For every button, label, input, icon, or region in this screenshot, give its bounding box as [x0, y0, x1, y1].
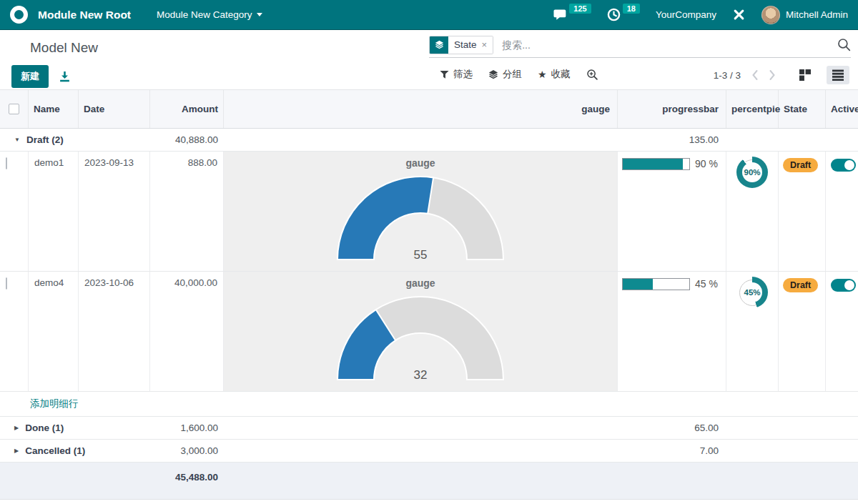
- cell-amount: 40,000.00: [150, 272, 224, 391]
- cell-date: 2023-09-13: [79, 152, 150, 271]
- amount-grand-total: 45,488.00: [150, 463, 224, 483]
- new-button[interactable]: 新建: [11, 65, 49, 88]
- layers-icon: [430, 36, 448, 54]
- cell-active: [826, 272, 858, 391]
- group-row-done[interactable]: ▶ Done (1) 1,600.00 65.00: [0, 417, 858, 440]
- kanban-view-button[interactable]: [794, 66, 817, 84]
- messages-button[interactable]: 125: [553, 8, 591, 21]
- cell-date: 2023-10-06: [79, 272, 150, 391]
- gauge-title: gauge: [405, 277, 435, 289]
- progressbar: [622, 278, 690, 290]
- group-label-cancelled: Cancelled (1): [25, 445, 85, 456]
- progressbar-label: 90 %: [694, 158, 726, 169]
- facet-label: State: [454, 39, 477, 50]
- column-header-state[interactable]: State: [779, 90, 826, 128]
- tools-icon[interactable]: [732, 8, 746, 21]
- cell-gauge: gauge 55: [224, 152, 618, 271]
- search-facet-state[interactable]: State ×: [429, 36, 493, 54]
- column-header-active[interactable]: Active: [826, 90, 858, 128]
- category-menu-label: Module New Category: [157, 9, 252, 20]
- cell-gauge: gauge 32: [224, 272, 618, 391]
- company-switcher[interactable]: YourCompany: [656, 9, 716, 20]
- star-icon: ★: [538, 69, 547, 80]
- gauge-value: 32: [335, 368, 506, 382]
- table-row[interactable]: demo4 2023-10-06 40,000.00 gauge 32 45 %…: [0, 272, 858, 392]
- cell-active: [826, 152, 858, 271]
- messages-count-badge: 125: [569, 4, 591, 14]
- cell-amount: 888.00: [150, 152, 224, 271]
- cell-progressbar: 90 %: [618, 152, 726, 271]
- cell-percentpie: 45%: [726, 272, 779, 391]
- user-menu[interactable]: Mitchell Admin: [761, 6, 848, 24]
- group-label-draft: Draft (2): [26, 134, 64, 145]
- pager-previous-button[interactable]: [751, 69, 759, 81]
- column-header-progressbar[interactable]: progressbar: [618, 90, 726, 128]
- filter-button[interactable]: 筛选: [440, 68, 473, 81]
- chat-bubble-icon: [553, 8, 567, 21]
- activities-count-badge: 18: [623, 4, 640, 14]
- pager: 1-3 / 3: [714, 70, 741, 81]
- add-line-link[interactable]: 添加明细行: [30, 397, 79, 410]
- search-icon[interactable]: [837, 38, 851, 51]
- app-root-menu[interactable]: Module New Root: [38, 9, 131, 21]
- zoom-search-icon[interactable]: [586, 69, 598, 81]
- select-all-checkbox[interactable]: [9, 104, 19, 114]
- list-view-table: Name Date Amount gauge progressbar perce…: [0, 89, 858, 500]
- progressbar: [622, 158, 690, 170]
- caret-right-icon[interactable]: ▶: [14, 425, 19, 431]
- user-name: Mitchell Admin: [786, 9, 848, 20]
- add-line-row: 添加明细行: [0, 392, 858, 417]
- kanban-view-icon: [799, 69, 811, 81]
- category-menu[interactable]: Module New Category: [157, 9, 262, 20]
- filter-label: 筛选: [453, 68, 473, 81]
- download-icon[interactable]: [59, 71, 71, 83]
- control-panel-top: Model New State ×: [0, 30, 858, 64]
- avatar: [761, 6, 780, 24]
- active-toggle[interactable]: [831, 159, 856, 172]
- activities-button[interactable]: 18: [607, 8, 640, 21]
- gauge-value: 55: [335, 248, 506, 262]
- active-toggle[interactable]: [831, 279, 856, 292]
- group-amount-total: 40,888.00: [150, 134, 224, 145]
- table-header-row: Name Date Amount gauge progressbar perce…: [0, 89, 858, 129]
- caret-down-icon[interactable]: ▼: [14, 137, 20, 143]
- pager-next-button[interactable]: [769, 69, 776, 81]
- table-footer-row: 45,488.00: [0, 463, 858, 500]
- group-label-done: Done (1): [25, 423, 64, 433]
- percentpie-label: 90%: [742, 162, 762, 182]
- row-checkbox[interactable]: [6, 157, 7, 169]
- percentpie-label: 45%: [742, 282, 762, 302]
- group-row-cancelled[interactable]: ▶ Cancelled (1) 3,000.00 7.00: [0, 440, 858, 463]
- cell-percentpie: 90%: [726, 152, 779, 271]
- top-navbar: Module New Root Module New Category 125 …: [0, 0, 858, 30]
- cell-state: Draft: [779, 272, 826, 391]
- progressbar-label: 45 %: [694, 278, 726, 290]
- cell-state: Draft: [779, 152, 826, 271]
- column-header-percentpie[interactable]: percentpie: [726, 90, 779, 128]
- column-header-date[interactable]: Date: [79, 90, 150, 128]
- list-view-button[interactable]: [827, 66, 849, 84]
- group-progressbar-total: 135.00: [618, 134, 726, 145]
- group-progressbar-total: 65.00: [618, 423, 726, 433]
- caret-right-icon[interactable]: ▶: [14, 448, 19, 454]
- gauge-title: gauge: [405, 157, 435, 169]
- group-amount-total: 3,000.00: [150, 445, 224, 456]
- column-header-amount[interactable]: Amount: [150, 90, 224, 128]
- page-title: Model New: [30, 40, 98, 56]
- clock-icon: [607, 8, 621, 21]
- layers-icon: [488, 69, 498, 79]
- table-row[interactable]: demo1 2023-09-13 888.00 gauge 55 90 % 90…: [0, 152, 858, 272]
- state-badge: Draft: [783, 278, 818, 292]
- group-amount-total: 1,600.00: [150, 423, 224, 433]
- control-panel-buttons: 新建 筛选 分组 ★ 收藏: [0, 64, 858, 89]
- column-header-gauge[interactable]: gauge: [224, 90, 618, 128]
- group-by-button[interactable]: 分组: [488, 68, 522, 81]
- favorites-button[interactable]: ★ 收藏: [538, 68, 571, 81]
- search-input[interactable]: [493, 39, 837, 51]
- column-header-name[interactable]: Name: [29, 90, 79, 128]
- facet-remove-icon[interactable]: ×: [482, 39, 488, 50]
- group-row-draft[interactable]: ▼ Draft (2) 40,888.00 135.00: [0, 129, 858, 152]
- row-checkbox[interactable]: [6, 277, 7, 290]
- search-bar[interactable]: State ×: [429, 35, 851, 58]
- group-by-label: 分组: [503, 68, 522, 81]
